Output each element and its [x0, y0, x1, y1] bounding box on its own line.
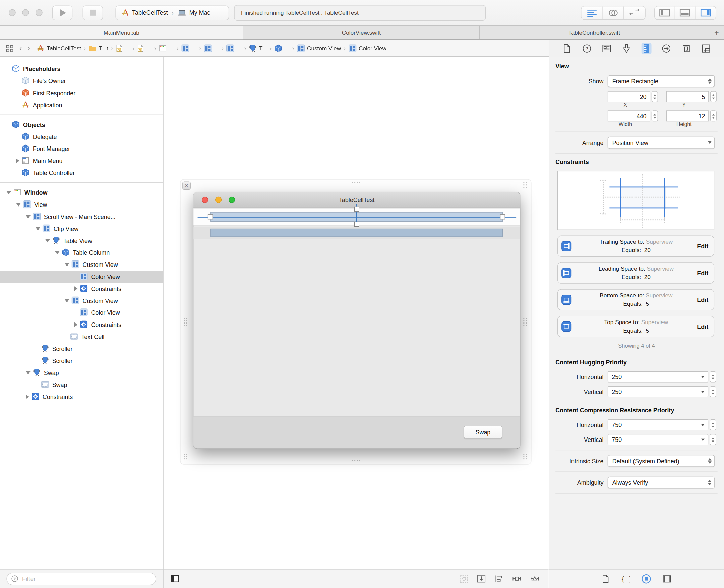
- disclosure-triangle[interactable]: [74, 286, 78, 291]
- bindings-inspector-button[interactable]: [680, 43, 692, 55]
- scheme-selector[interactable]: TableCellTest › My Mac: [115, 5, 229, 20]
- outline-row[interactable]: View: [0, 198, 163, 211]
- attributes-inspector-button[interactable]: [620, 43, 633, 55]
- zoom-window-icon[interactable]: [36, 9, 43, 16]
- constraint-row[interactable]: Bottom Space to: SuperviewEquals: 5 Edit: [557, 289, 714, 310]
- breadcrumb-item[interactable]: ...: [115, 44, 130, 52]
- add-tab-button[interactable]: +: [709, 26, 724, 40]
- tab-1[interactable]: ColorView.swift: [243, 26, 480, 40]
- close-window-icon[interactable]: [9, 9, 16, 16]
- minimize-window-icon[interactable]: [22, 9, 29, 16]
- outline-row[interactable]: Custom View: [0, 258, 163, 271]
- breadcrumb-item[interactable]: ...: [181, 44, 196, 52]
- ambiguity-popup[interactable]: Always Verify: [608, 477, 715, 489]
- outline-row[interactable]: Objects: [0, 119, 163, 131]
- resize-handle-left[interactable]: [208, 214, 213, 219]
- constraint-row[interactable]: Top Space to: SuperviewEquals: 5 Edit: [557, 316, 714, 337]
- breadcrumb-item[interactable]: Custom View: [297, 44, 341, 52]
- size-inspector-button[interactable]: [641, 43, 653, 55]
- disclosure-triangle[interactable]: [26, 371, 30, 375]
- version-editor-button[interactable]: [624, 6, 645, 19]
- resize-handle-bottom[interactable]: [354, 222, 359, 227]
- object-library-button[interactable]: [641, 574, 651, 584]
- disclosure-triangle[interactable]: [6, 191, 11, 194]
- outline-row[interactable]: Swap: [0, 379, 163, 391]
- drag-handle-top-right[interactable]: [523, 181, 527, 188]
- width-field[interactable]: 440: [608, 110, 650, 121]
- drag-handle-left[interactable]: [183, 317, 188, 326]
- outline-row[interactable]: Scroll View - Main Scene...: [0, 211, 163, 223]
- disclosure-triangle[interactable]: [74, 322, 78, 327]
- constraint-edit-button[interactable]: Edit: [697, 270, 708, 277]
- toggle-utilities-button[interactable]: [696, 6, 716, 19]
- outline-row[interactable]: 1First Responder: [0, 87, 163, 99]
- back-button[interactable]: ‹: [19, 44, 22, 52]
- breadcrumb-item[interactable]: ...: [137, 44, 151, 52]
- compression-vertical-combo[interactable]: 750: [608, 434, 708, 445]
- constraint-row[interactable]: Leading Space to: SuperviewEquals: 20 Ed…: [557, 262, 714, 283]
- outline-row[interactable]: Color View: [0, 271, 163, 282]
- outline-row[interactable]: Table Column: [0, 247, 163, 259]
- outline-row[interactable]: Window: [0, 187, 163, 199]
- outline-row[interactable]: Text Cell: [0, 331, 163, 343]
- drag-handle-bottom-left[interactable]: [183, 453, 188, 459]
- x-stepper[interactable]: [652, 91, 658, 102]
- height-stepper[interactable]: [710, 110, 717, 121]
- disclosure-triangle[interactable]: [16, 203, 21, 206]
- drag-handle-right[interactable]: [523, 317, 527, 326]
- outline-row[interactable]: Constraints: [0, 319, 163, 331]
- designed-window[interactable]: TableCellTest Swap: [193, 192, 520, 448]
- compression-vertical-stepper[interactable]: [709, 434, 716, 445]
- breadcrumb-item[interactable]: ...: [226, 44, 241, 52]
- swap-button[interactable]: Swap: [464, 426, 503, 439]
- standard-editor-button[interactable]: [581, 6, 602, 19]
- disclosure-triangle[interactable]: [26, 394, 29, 399]
- constraint-row[interactable]: Trailing Space to: SuperviewEquals: 20 E…: [557, 236, 714, 257]
- disclosure-triangle[interactable]: [65, 263, 69, 267]
- toggle-navigator-button[interactable]: [655, 6, 675, 19]
- toggle-outline-icon[interactable]: [171, 575, 179, 582]
- show-popup[interactable]: Frame Rectangle: [608, 76, 715, 87]
- breadcrumb-item[interactable]: TableCellTest: [37, 44, 81, 52]
- hugging-horizontal-combo[interactable]: 250: [608, 372, 708, 382]
- breadcrumb-item[interactable]: T...: [249, 44, 267, 52]
- color-view-2[interactable]: [211, 229, 503, 237]
- outline-row[interactable]: Main Menu: [0, 154, 163, 167]
- hugging-vertical-combo[interactable]: 250: [608, 386, 708, 397]
- drag-handle-bottom-right[interactable]: [523, 453, 527, 459]
- breadcrumb-item[interactable]: ...: [159, 44, 174, 52]
- disclosure-triangle[interactable]: [55, 251, 60, 254]
- y-stepper[interactable]: [710, 91, 717, 102]
- outline-row[interactable]: Delegate: [0, 131, 163, 143]
- forward-button[interactable]: ›: [27, 44, 30, 52]
- width-stepper[interactable]: [652, 110, 658, 121]
- hugging-vertical-stepper[interactable]: [709, 386, 716, 397]
- toggle-debug-area-button[interactable]: [675, 6, 696, 19]
- disclosure-triangle[interactable]: [16, 158, 19, 163]
- drag-handle-top[interactable]: [351, 181, 360, 184]
- quick-help-inspector-button[interactable]: ?: [581, 43, 593, 55]
- disclosure-triangle[interactable]: [26, 215, 30, 218]
- compression-horizontal-stepper[interactable]: [709, 419, 716, 430]
- outline-row[interactable]: Custom View: [0, 295, 163, 307]
- hugging-horizontal-stepper[interactable]: [709, 372, 716, 382]
- outline-row[interactable]: Color View: [0, 307, 163, 319]
- assistant-editor-button[interactable]: [603, 6, 624, 19]
- tab-0[interactable]: MainMenu.xib: [0, 26, 243, 40]
- outline-row[interactable]: Constraints: [0, 282, 163, 295]
- tab-2[interactable]: TableController.swift: [480, 26, 709, 40]
- align-button[interactable]: [494, 574, 503, 583]
- outline-row[interactable]: Font Manager: [0, 143, 163, 155]
- view-effects-inspector-button[interactable]: [700, 43, 712, 55]
- filter-input[interactable]: [21, 574, 151, 582]
- outline-row[interactable]: Scroller: [0, 343, 163, 355]
- file-template-library-button[interactable]: [602, 574, 609, 583]
- run-button[interactable]: [52, 5, 73, 20]
- outline-row[interactable]: Constraints: [0, 391, 163, 403]
- resize-handle-right[interactable]: [500, 214, 505, 219]
- breadcrumb-item[interactable]: ...: [274, 44, 289, 52]
- connections-inspector-button[interactable]: [660, 43, 673, 55]
- stop-button[interactable]: [83, 5, 103, 20]
- stack-button[interactable]: [477, 574, 486, 583]
- outline-row[interactable]: Table Controller: [0, 167, 163, 179]
